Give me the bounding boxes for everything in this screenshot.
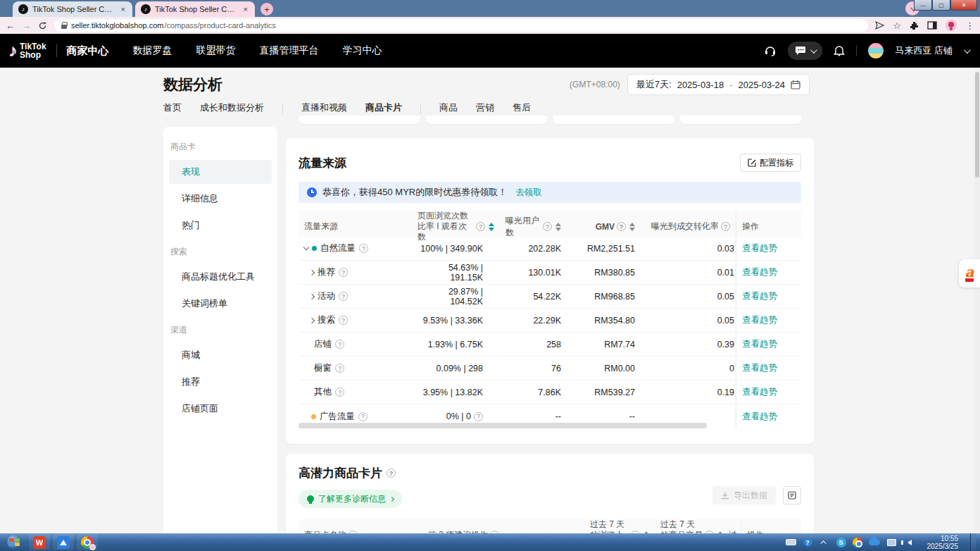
header-gmv[interactable]: GMV? [567, 222, 641, 232]
info-icon[interactable]: ? [358, 412, 367, 421]
back-icon[interactable]: ← [6, 21, 15, 30]
info-icon[interactable]: ? [543, 222, 552, 231]
extensions-puzzle-icon[interactable] [910, 21, 919, 30]
info-icon[interactable]: ? [721, 222, 730, 231]
header-ratio[interactable]: 页面浏览次数比率 I 观看次数? [412, 211, 500, 242]
view-trend-link[interactable]: 查看趋势 [742, 242, 777, 254]
taskbar-meeting-app-icon[interactable] [53, 534, 74, 550]
start-button[interactable] [7, 535, 22, 550]
store-avatar[interactable] [868, 43, 884, 58]
view-trend-link[interactable]: 查看趋势 [742, 386, 777, 398]
field-settings-button[interactable] [783, 486, 801, 504]
info-icon[interactable]: ? [339, 316, 348, 325]
nav-item-academy[interactable]: 学习中心 [343, 44, 382, 57]
taskbar-chrome-icon[interactable] [77, 534, 98, 550]
nav-item-affiliate[interactable]: 联盟带货 [196, 44, 236, 57]
tray-chrome-icon[interactable] [853, 538, 862, 547]
maximize-button[interactable]: ▢ [932, 0, 950, 11]
claim-coupon-link[interactable]: 去领取 [515, 187, 542, 199]
header-gmv-7d[interactable]: 过去 7 天的商品交易总额? [655, 519, 729, 533]
browser-menu-icon[interactable]: ⋮ [965, 21, 974, 30]
nav-item-seller-center[interactable]: 商家中心 [67, 44, 109, 58]
configure-metrics-button[interactable]: 配置指标 [740, 154, 801, 172]
close-button[interactable]: ✕ [950, 0, 977, 11]
date-range-picker[interactable]: 最近7天: 2025-03-18 - 2025-03-24 [627, 74, 810, 95]
reload-icon[interactable] [38, 21, 47, 30]
address-bar[interactable]: seller.tiktokglobalshop.com/compass/prod… [54, 19, 868, 32]
close-tab-icon[interactable]: × [120, 5, 127, 13]
collapse-icon[interactable] [303, 244, 309, 250]
info-icon[interactable]: ? [359, 244, 368, 253]
forward-icon[interactable]: → [22, 21, 31, 30]
taskbar-clock[interactable]: 10:55 2025/3/25 [922, 535, 965, 550]
info-icon[interactable]: ? [387, 469, 396, 478]
network-icon[interactable] [886, 538, 898, 547]
bookmark-star-icon[interactable]: ☆ [893, 21, 901, 30]
sidebar-item-mall[interactable]: 商城 [169, 343, 272, 367]
diagnosis-link[interactable]: 了解更多诊断信息 [299, 490, 402, 508]
horizontal-scrollbar[interactable] [299, 423, 707, 428]
expand-icon[interactable] [309, 293, 315, 299]
sidebar-item-performance[interactable]: 表现 [169, 160, 272, 184]
scrollbar-thumb[interactable] [975, 72, 979, 178]
sort-icon[interactable] [555, 223, 561, 231]
view-trend-link[interactable]: 查看趋势 [742, 411, 777, 423]
info-icon[interactable]: ? [335, 388, 344, 397]
store-name[interactable]: 马来西亚 店铺 [895, 44, 953, 57]
sidebar-item-recommend[interactable]: 推荐 [169, 370, 272, 394]
sidebar-item-shop-page[interactable]: 店铺页面 [169, 397, 272, 421]
minimize-button[interactable]: — [914, 0, 932, 11]
alibaba-wangwang-float-widget[interactable]: a [959, 259, 980, 287]
show-desktop-button[interactable] [970, 533, 976, 551]
sidebar-item-keyword-ranking[interactable]: 关键词榜单 [169, 292, 272, 316]
sidebar-item-trending[interactable]: 热门 [169, 213, 272, 237]
page-scrollbar[interactable] [974, 68, 980, 533]
header-views-7d[interactable]: 过去 7 天的浏览人数? [584, 519, 655, 533]
info-icon[interactable]: ? [339, 292, 348, 301]
close-tab-icon[interactable]: × [242, 5, 249, 13]
info-icon[interactable]: ? [474, 412, 483, 421]
nav-item-compass[interactable]: 数据罗盘 [133, 44, 172, 57]
sidebar-item-title-optimizer[interactable]: 商品标题优化工具 [169, 265, 272, 289]
skype-icon[interactable]: S [836, 538, 846, 547]
bell-icon[interactable] [834, 45, 845, 57]
sort-icon[interactable] [629, 223, 635, 231]
taskbar-wps-icon[interactable]: W [29, 534, 50, 550]
side-panel-icon[interactable] [927, 21, 937, 30]
volume-icon[interactable] [904, 538, 915, 547]
tiktok-shop-logo[interactable]: ♪ TikTokShop [0, 41, 56, 61]
browser-tab-1[interactable]: ♪ TikTok Shop Seller Center | Cr × [13, 1, 132, 17]
input-method-icon[interactable] [786, 538, 797, 547]
share-icon[interactable] [875, 21, 884, 30]
tray-expand-icon[interactable] [819, 538, 830, 547]
expand-icon[interactable] [309, 269, 315, 275]
cloud-sync-icon[interactable] [869, 539, 880, 545]
info-icon[interactable]: ? [335, 340, 344, 349]
sidebar-item-details[interactable]: 详细信息 [169, 187, 272, 211]
info-icon[interactable]: ? [339, 268, 348, 277]
browser-tab-2[interactable]: ♪ TikTok Shop Seller Center | Cr × [135, 1, 255, 17]
browser-profile-avatar[interactable] [946, 20, 957, 31]
view-trend-link[interactable]: 查看趋势 [742, 290, 777, 302]
info-icon[interactable]: ? [617, 222, 626, 231]
table-row-organic: 自然流量? 100% | 349.90K 202.28K RM2,251.51 … [299, 237, 801, 261]
info-icon[interactable]: ? [335, 364, 344, 373]
help-icon[interactable]: ? [803, 538, 812, 547]
header-users[interactable]: 曝光用户数? [500, 215, 567, 239]
nav-item-live[interactable]: 直播管理平台 [260, 44, 319, 57]
info-icon[interactable]: ? [476, 222, 485, 231]
sort-icon[interactable] [489, 223, 494, 231]
export-data-button[interactable]: 导出数据 [712, 486, 776, 504]
header-cvr[interactable]: 曝光到成交转化率? [641, 221, 736, 233]
headset-icon[interactable] [764, 44, 777, 57]
tab-growth-analytics[interactable]: 成长和数据分析 [200, 101, 264, 122]
new-tab-button[interactable]: + [260, 3, 273, 16]
view-trend-link[interactable]: 查看趋势 [742, 362, 777, 374]
expand-icon[interactable] [309, 317, 315, 323]
view-trend-link[interactable]: 查看趋势 [742, 266, 777, 278]
list-icon [788, 491, 796, 500]
view-trend-link[interactable]: 查看趋势 [742, 338, 777, 350]
tab-home[interactable]: 首页 [163, 101, 182, 122]
view-trend-link[interactable]: 查看趋势 [742, 314, 777, 326]
message-center-button[interactable] [788, 42, 822, 60]
